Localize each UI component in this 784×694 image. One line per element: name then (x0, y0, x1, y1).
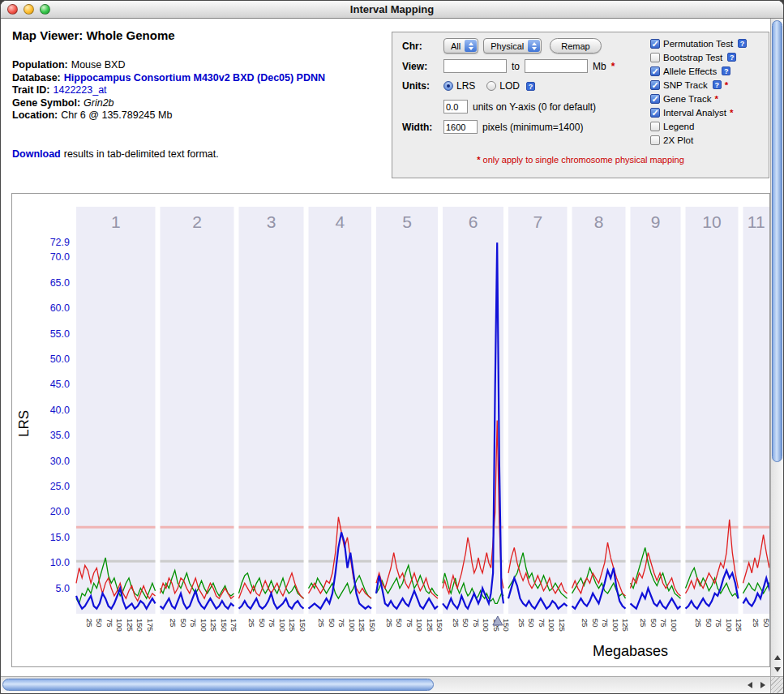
horizontal-scrollbar-thumb[interactable] (2, 679, 434, 691)
checkbox-label: 2X Plot (663, 135, 693, 145)
help-icon[interactable]: ? (727, 53, 736, 62)
help-icon[interactable]: ? (713, 80, 722, 89)
x-axis-tick-label: 150 (135, 619, 144, 632)
chromosome-band[interactable] (508, 207, 568, 614)
view-end-input[interactable] (525, 59, 588, 73)
checkbox-checked-icon[interactable]: ✓ (650, 80, 660, 90)
chromosome-column-9[interactable]: 9255075100 (631, 207, 681, 632)
view-start-input[interactable] (443, 59, 507, 73)
chromosome-band[interactable] (572, 207, 626, 614)
x-axis-tick-label: 25 (581, 619, 589, 628)
page-title: Map Viewer: Whole Genome (12, 28, 325, 42)
yaxis-units-input[interactable] (443, 100, 468, 114)
scroll-up-arrow-icon[interactable] (772, 652, 783, 662)
checkbox-unchecked-icon[interactable] (650, 122, 660, 131)
checkbox-checked-icon[interactable]: ✓ (650, 108, 660, 118)
chromosome-column-6[interactable]: 6255075100125150 (443, 207, 511, 632)
chromosome-band[interactable] (743, 207, 770, 614)
chromosome-select[interactable]: All (443, 38, 478, 54)
chromosome-column-2[interactable]: 2255075100125150175 (161, 207, 239, 632)
checkbox-label: Interval Analyst (663, 108, 726, 118)
checkbox-label: Allele Effects (663, 66, 717, 76)
mapping-control-panel: Chr: All Physical Remap View: to (392, 32, 769, 178)
checkbox-checked-icon[interactable]: ✓ (650, 66, 660, 76)
x-axis-tick-label: 125 (558, 619, 567, 632)
checkbox-row[interactable]: ✓Permutation Test? (650, 36, 747, 50)
chromosome-band[interactable] (686, 207, 739, 614)
close-button-icon[interactable] (7, 4, 18, 15)
checkbox-row[interactable]: 2X Plot (650, 133, 747, 147)
title-bar[interactable]: Interval Mapping (1, 1, 783, 19)
chromosome-column-3[interactable]: 3255075100125150 (239, 207, 307, 632)
remap-button[interactable]: Remap (550, 38, 601, 54)
horizontal-scrollbar[interactable] (1, 676, 770, 693)
x-axis-tick-label: 50 (527, 619, 536, 628)
x-axis-tick-label: 25 (452, 619, 461, 628)
chromosome-column-10[interactable]: 10255075100125 (686, 207, 744, 632)
chromosome-band[interactable] (631, 207, 681, 614)
checkbox-unchecked-icon[interactable] (650, 53, 660, 62)
chromosome-column-1[interactable]: 1255075100125150175 (76, 207, 156, 632)
checkbox-row[interactable]: Bootstrap Test? (650, 50, 747, 64)
chromosome-column-11[interactable]: 11255075100 (743, 207, 770, 632)
download-link[interactable]: Download (12, 148, 61, 160)
radio-option-lod[interactable]: LOD (486, 80, 520, 92)
radio-label: LRS (456, 80, 475, 92)
database-link[interactable]: Hippocampus Consortium M430v2 BXD (Dec05… (64, 72, 325, 84)
checkbox-row[interactable]: ✓SNP Track?* (650, 78, 747, 92)
scroll-right-arrow-icon[interactable] (757, 680, 769, 691)
help-icon[interactable]: ? (738, 39, 747, 48)
chromosome-number: 2 (192, 212, 202, 231)
x-axis-tick-label: 75 (405, 619, 414, 628)
radio-button-icon[interactable] (443, 81, 453, 91)
radio-button-icon[interactable] (486, 81, 496, 91)
zoom-button-icon[interactable] (40, 4, 50, 15)
x-axis-tick-label: 75 (659, 619, 668, 628)
vertical-scrollbar[interactable] (770, 19, 783, 676)
x-axis-title: Megabases (593, 643, 668, 659)
x-axis-tick-label: 50 (179, 619, 188, 628)
x-axis-tick-label: 100 (415, 619, 424, 632)
chromosome-number: 9 (651, 212, 661, 231)
resize-grip[interactable] (770, 676, 783, 693)
x-axis-tick-label: 50 (591, 619, 600, 628)
chromosome-band[interactable] (161, 207, 234, 614)
chromosome-band[interactable] (309, 207, 372, 614)
x-axis-tick-label: 25 (639, 619, 648, 628)
radio-option-lrs[interactable]: LRS (443, 80, 475, 92)
y-axis-tick-label: 65.0 (50, 277, 70, 289)
checkbox-unchecked-icon[interactable] (650, 135, 660, 145)
help-icon[interactable]: ? (526, 82, 535, 91)
chromosome-band[interactable] (76, 207, 156, 614)
panel-footnote: * only apply to single chromosome physic… (392, 155, 769, 165)
checkbox-row[interactable]: Legend (650, 119, 747, 133)
scroll-down-arrow-icon[interactable] (772, 664, 783, 675)
x-axis-tick-label: 125 (621, 619, 630, 632)
genome-chart-svg[interactable]: 72.970.065.060.055.050.045.040.035.030.0… (12, 194, 769, 666)
chromosome-column-8[interactable]: 8255075100125 (572, 207, 631, 632)
mapping-type-select[interactable]: Physical (483, 38, 542, 54)
plot-width-input[interactable] (443, 120, 478, 134)
checkbox-row[interactable]: ✓Allele Effects? (650, 64, 747, 78)
genome-map-chart[interactable]: 72.970.065.060.055.050.045.040.035.030.0… (11, 193, 770, 667)
view-range-row: View: to Mb * (402, 59, 615, 73)
vertical-scrollbar-thumb[interactable] (772, 20, 782, 462)
x-axis-tick-label: 75 (714, 619, 723, 628)
trait-id-link[interactable]: 1422223_at (54, 84, 107, 96)
chromosome-number: 10 (702, 212, 721, 231)
trait-id-row: Trait ID:1422223_at (12, 84, 325, 97)
scroll-left-arrow-icon[interactable] (744, 680, 756, 691)
chromosome-column-4[interactable]: 4255075100125150 (309, 207, 377, 632)
y-axis-tick-label: 20.0 (50, 506, 70, 517)
help-icon[interactable]: ? (722, 66, 730, 75)
chromosome-column-5[interactable]: 5255075100125150 (376, 207, 444, 632)
chromosome-number: 3 (267, 212, 276, 231)
checkbox-checked-icon[interactable]: ✓ (650, 39, 660, 49)
chromosome-band[interactable] (376, 207, 438, 614)
chromosome-band[interactable] (239, 207, 304, 614)
checkbox-row[interactable]: ✓Interval Analyst* (650, 105, 747, 119)
checkbox-row[interactable]: ✓Gene Track* (650, 92, 747, 105)
minimize-button-icon[interactable] (24, 4, 34, 15)
chromosome-column-7[interactable]: 7255075100125 (508, 207, 568, 632)
checkbox-checked-icon[interactable]: ✓ (650, 94, 660, 104)
